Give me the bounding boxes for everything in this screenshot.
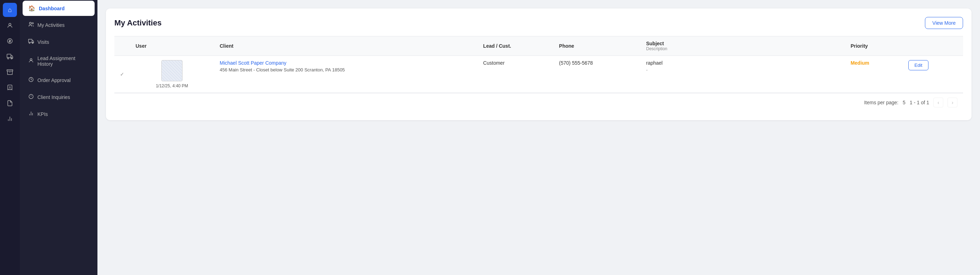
svg-rect-2 [7, 54, 11, 58]
col-client: Client [214, 37, 477, 56]
col-check [115, 37, 130, 56]
items-per-page-value: 5 [903, 100, 905, 106]
kpis-icon [28, 110, 34, 118]
col-priority: Priority [845, 37, 903, 56]
contact-icon[interactable] [3, 18, 17, 32]
pagination: Items per page: 5 1 - 1 of 1 ‹ › [115, 93, 963, 112]
receipt-icon[interactable] [3, 81, 17, 95]
sidebar-item-label: Dashboard [39, 6, 65, 11]
row-priority: Medium [845, 56, 903, 93]
client-name-link[interactable]: Michael Scott Paper Company [220, 60, 286, 66]
box-icon[interactable] [3, 65, 17, 79]
home-sidebar-icon: 🏠 [28, 5, 35, 12]
col-actions [903, 37, 963, 56]
card-header: My Activities View More [115, 17, 963, 29]
sidebar-item-label: My Activities [37, 22, 65, 28]
sidebar-item-my-activities[interactable]: My Activities [22, 17, 95, 33]
svg-point-12 [29, 22, 31, 24]
sidebar-item-label: Order Approval [37, 77, 71, 83]
sidebar-item-client-inquiries[interactable]: Client Inquiries [22, 90, 95, 105]
dollar-icon[interactable] [3, 34, 17, 48]
sidebar-item-label: KPIs [37, 111, 48, 117]
main-content: My Activities View More User Client Lead… [97, 0, 980, 275]
col-subject: Subject Description [640, 37, 845, 56]
order-approval-icon [28, 77, 34, 84]
sidebar-item-label: Lead Assignment History [37, 56, 89, 67]
sidebar-item-label: Client Inquiries [37, 94, 70, 100]
edit-button[interactable]: Edit [908, 60, 928, 70]
activities-table: User Client Lead / Cust. Phone Subject D… [115, 36, 963, 93]
row-check: ✓ [115, 56, 130, 93]
col-phone: Phone [554, 37, 641, 56]
col-lead-cust: Lead / Cust. [478, 37, 554, 56]
svg-point-0 [9, 23, 11, 26]
svg-point-13 [32, 22, 33, 24]
icon-bar: ⌂ [0, 0, 20, 275]
avatar-image [161, 60, 183, 81]
sidebar-item-kpis[interactable]: KPIs [22, 106, 95, 122]
my-activities-icon [28, 22, 34, 29]
sidebar-item-visits[interactable]: Visits [22, 34, 95, 50]
page-range: 1 - 1 of 1 [910, 100, 929, 106]
svg-point-3 [7, 58, 9, 59]
items-per-page-label: Items per page: [864, 100, 899, 106]
user-avatar-cell: 1/12/25, 4:40 PM [135, 60, 208, 88]
client-inquiries-icon [28, 94, 34, 101]
table-row: ✓ 1/12/25, 4:40 PM Michael Scott Paper C… [115, 56, 963, 93]
row-user: 1/12/25, 4:40 PM [130, 56, 214, 93]
sidebar-item-label: Visits [37, 39, 49, 45]
sidebar-item-order-approval[interactable]: Order Approval [22, 72, 95, 88]
sidebar: 🏠 Dashboard My Activities Visits Lead As… [20, 0, 97, 275]
next-page-button[interactable]: › [948, 98, 958, 107]
subject-desc: - [646, 67, 839, 72]
check-icon: ✓ [120, 71, 124, 77]
col-user: User [130, 37, 214, 56]
svg-rect-5 [7, 70, 13, 71]
priority-badge: Medium [850, 60, 869, 66]
row-lead-cust: Customer [478, 56, 554, 93]
truck-icon[interactable] [3, 50, 17, 64]
svg-point-17 [30, 59, 32, 61]
row-actions: Edit [903, 56, 963, 93]
activities-card: My Activities View More User Client Lead… [106, 8, 972, 120]
chart-icon[interactable] [3, 112, 17, 126]
view-more-button[interactable]: View More [925, 17, 963, 29]
lead-assignment-icon [28, 58, 34, 65]
subject-text: raphael [646, 60, 839, 66]
home-icon[interactable]: ⌂ [3, 3, 17, 17]
row-subject: raphael - [640, 56, 845, 93]
row-phone: (570) 555-5678 [554, 56, 641, 93]
file-icon[interactable] [3, 96, 17, 110]
row-client: Michael Scott Paper Company 456 Main Str… [214, 56, 477, 93]
sidebar-item-dashboard[interactable]: 🏠 Dashboard [22, 1, 95, 16]
page-title: My Activities [115, 18, 162, 27]
sidebar-item-lead-assignment[interactable]: Lead Assignment History [22, 51, 95, 71]
visits-icon [28, 38, 34, 46]
client-address: 456 Main Street - Closet below Suite 200… [220, 67, 472, 72]
svg-rect-14 [29, 39, 32, 42]
activity-date: 1/12/25, 4:40 PM [156, 83, 188, 88]
svg-point-15 [29, 42, 30, 43]
prev-page-button[interactable]: ‹ [934, 98, 943, 107]
